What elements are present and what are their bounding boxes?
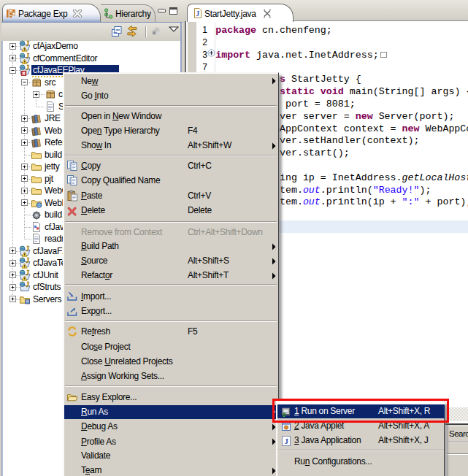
svg-text:J: J [26,269,29,277]
svg-text:J: J [284,437,288,445]
svg-text:J: J [26,245,29,253]
svg-text:J: J [196,9,199,18]
svg-text:J: J [26,282,29,289]
svg-text:J: J [26,53,29,60]
svg-text:J: J [26,65,29,72]
svg-text:J: J [26,258,29,265]
svg-text:J: J [26,41,29,48]
